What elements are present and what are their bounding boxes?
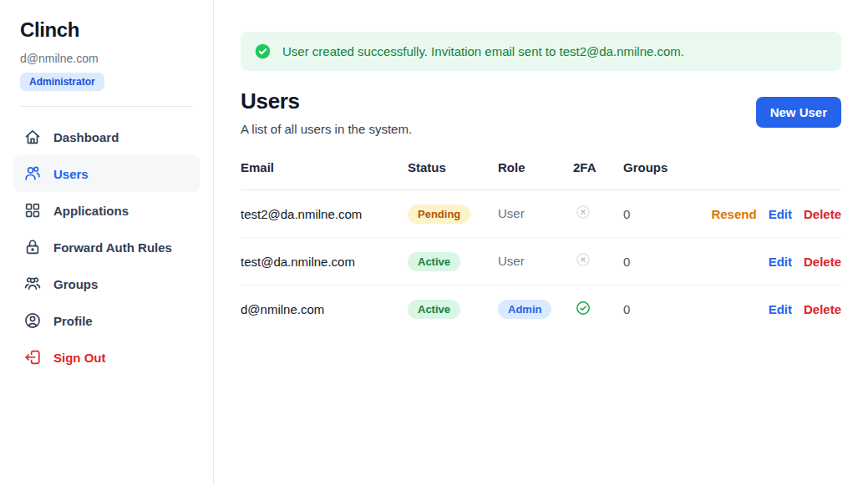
row-actions: EditDelete <box>769 255 841 269</box>
delete-link[interactable]: Delete <box>804 302 841 316</box>
sidebar-nav: DashboardUsersApplicationsForward Auth R… <box>13 119 200 376</box>
delete-link[interactable]: Delete <box>804 207 841 221</box>
home-icon <box>23 128 42 146</box>
banner-message: User created successfully. Invitation em… <box>282 44 684 58</box>
administrator-badge: Administrator <box>20 73 104 91</box>
sidebar: Clinch d@nmilne.com Administrator Dashbo… <box>0 0 214 485</box>
users-table-header: EmailStatusRole2FAGroups <box>241 160 841 190</box>
users-icon <box>23 164 42 183</box>
sidebar-item-label: Groups <box>53 277 98 291</box>
sidebar-item-applications[interactable]: Applications <box>13 192 200 229</box>
profile-icon <box>23 311 42 330</box>
users-table-body: test2@da.nmilne.comPendingUser0ResendEdi… <box>241 190 841 333</box>
edit-link[interactable]: Edit <box>769 255 792 269</box>
main-content: User created successfully. Invitation em… <box>214 0 868 485</box>
column-header-status: Status <box>408 160 498 174</box>
check-circle-icon <box>254 43 272 60</box>
lock-icon <box>23 238 42 256</box>
page-subtitle: A list of all users in the system. <box>241 122 412 136</box>
resend-link[interactable]: Resend <box>711 207 756 221</box>
sidebar-item-dashboard[interactable]: Dashboard <box>13 119 200 155</box>
groups-count: 0 <box>623 302 769 316</box>
role-text: User <box>498 254 525 268</box>
sidebar-user-email: d@nmilne.com <box>20 52 193 65</box>
sidebar-header: Clinch d@nmilne.com Administrator <box>13 18 200 91</box>
sidebar-item-label: Sign Out <box>53 351 106 365</box>
twofa-disabled-icon <box>575 251 591 268</box>
column-header-role: Role <box>498 160 573 174</box>
groups-count: 0 <box>623 207 711 221</box>
groups-icon <box>23 275 42 293</box>
column-header-2fa: 2FA <box>573 160 623 174</box>
page-header-text: Users A list of all users in the system. <box>241 88 412 136</box>
groups-count: 0 <box>623 255 769 269</box>
success-banner: User created successfully. Invitation em… <box>241 32 841 71</box>
sidebar-item-groups[interactable]: Groups <box>13 265 200 302</box>
user-email-cell: test2@da.nmilne.com <box>241 207 408 221</box>
sidebar-item-sign-out[interactable]: Sign Out <box>13 339 200 376</box>
status-badge: Active <box>408 252 460 271</box>
edit-link[interactable]: Edit <box>769 302 792 316</box>
sidebar-item-forward-auth-rules[interactable]: Forward Auth Rules <box>13 229 200 265</box>
apps-grid-icon <box>23 201 42 220</box>
user-email-cell: d@nmilne.com <box>241 302 408 316</box>
sidebar-item-label: Applications <box>53 204 129 218</box>
sidebar-item-profile[interactable]: Profile <box>13 302 200 339</box>
status-badge: Pending <box>408 205 470 224</box>
sidebar-item-users[interactable]: Users <box>13 155 200 192</box>
twofa-enabled-icon <box>575 300 591 316</box>
table-row: test@da.nmilne.comActiveUser0EditDelete <box>241 238 841 285</box>
page-title: Users <box>241 88 412 114</box>
delete-link[interactable]: Delete <box>804 255 841 269</box>
app-title: Clinch <box>20 18 193 42</box>
app-window: Clinch d@nmilne.com Administrator Dashbo… <box>0 0 868 485</box>
table-row: d@nmilne.comActiveAdmin0EditDelete <box>241 285 841 333</box>
sidebar-item-label: Users <box>53 167 89 181</box>
role-badge: Admin <box>498 300 551 319</box>
sidebar-item-label: Profile <box>53 314 93 328</box>
row-actions: ResendEditDelete <box>711 207 841 221</box>
edit-link[interactable]: Edit <box>769 207 792 221</box>
sidebar-divider <box>20 106 193 107</box>
users-table: EmailStatusRole2FAGroups test2@da.nmilne… <box>241 160 841 333</box>
column-header-email: Email <box>241 160 408 174</box>
new-user-button[interactable]: New User <box>756 97 841 128</box>
sidebar-item-label: Forward Auth Rules <box>53 240 172 255</box>
twofa-disabled-icon <box>575 204 591 220</box>
role-text: User <box>498 206 525 220</box>
page-header: Users A list of all users in the system.… <box>241 88 841 136</box>
column-header-groups: Groups <box>623 160 841 174</box>
status-badge: Active <box>408 300 460 319</box>
sidebar-item-label: Dashboard <box>53 130 119 144</box>
row-actions: EditDelete <box>769 302 841 316</box>
user-email-cell: test@da.nmilne.com <box>241 255 408 269</box>
sign-out-icon <box>23 348 42 366</box>
table-row: test2@da.nmilne.comPendingUser0ResendEdi… <box>241 190 841 238</box>
